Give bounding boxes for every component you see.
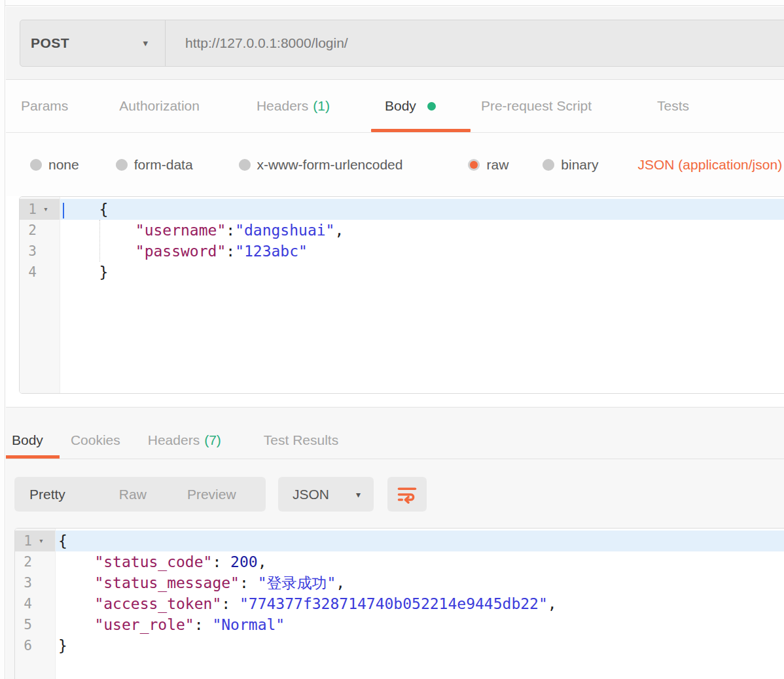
fold-caret-icon[interactable]: ▾ (37, 199, 55, 220)
response-tab-test-results[interactable]: Test Results (264, 432, 338, 448)
line-number: 4 (20, 593, 32, 614)
code-token (58, 616, 94, 633)
code-token: , (336, 574, 345, 591)
response-tab-headers-label: Headers (148, 432, 200, 448)
json-key: "user_role" (94, 616, 194, 633)
json-string-value: "123abc" (235, 243, 308, 260)
response-panel: Body Cookies Headers (7) Test Results Pr… (6, 407, 784, 679)
url-input[interactable] (166, 20, 784, 66)
gutter-row: 6 (15, 635, 55, 656)
radio-circle-icon[interactable] (239, 159, 251, 171)
response-tab-body[interactable]: Body (12, 432, 43, 448)
code-token: { (63, 201, 108, 218)
tab-headers[interactable]: Headers (1) (257, 98, 330, 114)
json-key: "status_code" (94, 553, 212, 570)
code-line: "username":"dangshuai", (60, 220, 784, 241)
response-headers-count-badge: (7) (204, 432, 221, 448)
code-token (58, 595, 94, 612)
chevron-down-icon: ▾ (143, 37, 148, 49)
radio-none[interactable]: none (30, 157, 79, 173)
radio-none-label: none (48, 157, 79, 173)
body-content-dot-icon (427, 102, 436, 111)
raw-view-button[interactable]: Raw (119, 487, 147, 502)
request-body-editor[interactable]: 1 ▾ 2 3 4 { " (19, 196, 784, 394)
gutter-row: 1 ▾ (20, 199, 60, 220)
active-response-tab-underline (6, 455, 60, 459)
code-token: } (63, 264, 108, 281)
gutter-row: 3 (20, 241, 60, 262)
line-number: 1 (20, 531, 32, 551)
json-string-value: "登录成功" (258, 574, 336, 591)
request-response-panel: POST ▾ Params Authorization Headers (1) … (6, 7, 784, 679)
response-language-dropdown[interactable]: JSON ▾ (278, 477, 374, 512)
line-number: 1 (25, 199, 37, 220)
pretty-view-button[interactable]: Pretty (29, 487, 65, 502)
code-token: : (226, 243, 235, 260)
body-type-selector-row: none form-data x-www-form-urlencoded raw… (6, 133, 784, 196)
line-number: 6 (20, 635, 32, 656)
code-token: : (240, 574, 258, 591)
chevron-down-icon: ▾ (356, 489, 361, 500)
json-key: "status_message" (94, 574, 240, 591)
tab-params[interactable]: Params (21, 98, 68, 114)
tab-pre-request-script-label: Pre-request Script (481, 98, 592, 114)
radio-selected-icon[interactable] (468, 159, 480, 171)
code-line: "status_message": "登录成功", (56, 572, 784, 593)
radio-circle-icon[interactable] (30, 159, 42, 171)
active-tab-underline (371, 129, 471, 132)
postman-app-window: POST ▾ Params Authorization Headers (1) … (0, 0, 784, 679)
radio-form-data-label: form-data (134, 157, 193, 173)
json-key: "access_token" (94, 595, 221, 612)
response-editor-gutter: 1 ▾ 2 3 4 5 (15, 529, 56, 679)
gutter-row: 1 ▾ (15, 531, 55, 551)
code-line: "status_code": 200, (56, 551, 784, 572)
json-string-value: "dangshuai" (235, 222, 334, 239)
top-panel-edge (0, 0, 784, 6)
preview-view-button[interactable]: Preview (187, 487, 236, 502)
tab-tests-label: Tests (657, 98, 689, 114)
line-number: 3 (25, 241, 37, 262)
radio-circle-icon[interactable] (543, 159, 554, 171)
request-code-area[interactable]: { "username":"dangshuai", "password":"12… (60, 197, 784, 393)
tab-authorization[interactable]: Authorization (119, 98, 200, 114)
radio-x-www-form-urlencoded[interactable]: x-www-form-urlencoded (239, 157, 403, 173)
code-line: "user_role": "Normal" (56, 614, 784, 635)
response-tab-headers[interactable]: Headers (7) (148, 432, 221, 448)
response-language-label: JSON (293, 487, 329, 502)
radio-binary[interactable]: binary (543, 157, 598, 173)
radio-form-data[interactable]: form-data (116, 157, 193, 173)
gutter-row: 2 (20, 220, 60, 241)
line-number: 2 (20, 551, 32, 572)
code-token: { (58, 532, 67, 549)
code-token: , (548, 595, 557, 612)
json-key: "username" (135, 222, 226, 239)
radio-raw[interactable]: raw (468, 157, 508, 173)
headers-count-badge: (1) (313, 98, 330, 114)
radio-raw-label: raw (486, 157, 508, 173)
code-token: , (334, 222, 344, 239)
response-body-viewer[interactable]: 1 ▾ 2 3 4 5 (14, 528, 784, 679)
tab-params-label: Params (21, 98, 68, 114)
code-token: : (221, 595, 240, 612)
json-string-value: "Normal" (212, 616, 285, 633)
tab-pre-request-script[interactable]: Pre-request Script (481, 98, 592, 114)
line-wrap-button[interactable] (387, 477, 427, 512)
gutter-row: 4 (15, 593, 55, 614)
fold-caret-icon[interactable]: ▾ (32, 531, 50, 551)
http-method-dropdown[interactable]: POST ▾ (20, 20, 166, 66)
code-line: } (56, 635, 784, 656)
request-editor-gutter: 1 ▾ 2 3 4 (20, 197, 60, 393)
code-token: : (194, 616, 213, 633)
radio-circle-icon[interactable] (116, 159, 128, 171)
tab-tests[interactable]: Tests (657, 98, 689, 114)
code-token (58, 574, 94, 591)
code-line: } (60, 262, 784, 283)
tab-body[interactable]: Body (385, 98, 436, 114)
content-type-dropdown-link[interactable]: JSON (application/json) (638, 157, 783, 173)
tab-authorization-label: Authorization (119, 98, 200, 114)
code-line: { (56, 531, 784, 551)
request-tabs: Params Authorization Headers (1) Body Pr… (6, 80, 784, 133)
response-tab-cookies[interactable]: Cookies (71, 432, 120, 448)
response-code-area[interactable]: { "status_code": 200, "status_message": … (56, 529, 784, 679)
line-number: 3 (20, 572, 32, 593)
